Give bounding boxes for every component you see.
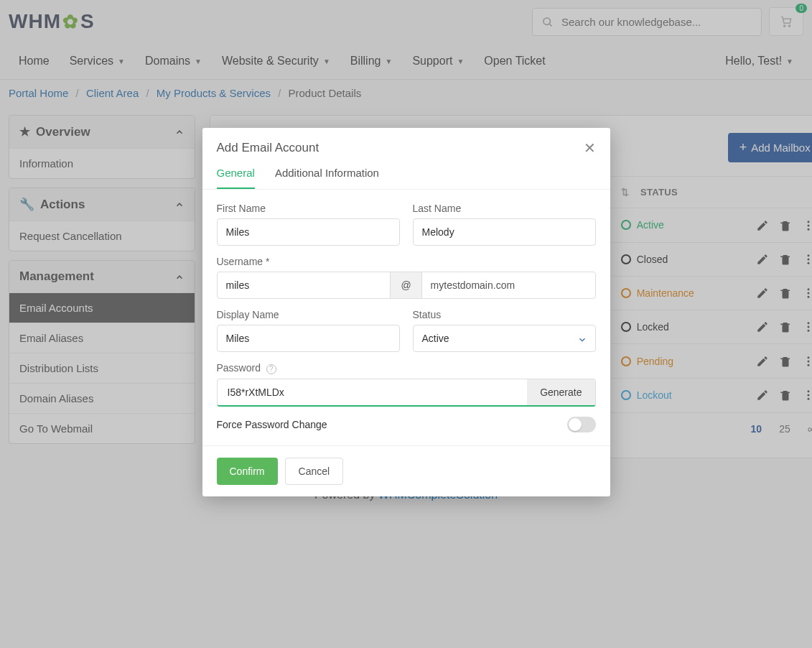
modal-title: Add Email Account (217, 141, 319, 155)
display-name-label: Display Name (217, 309, 400, 320)
cancel-button[interactable]: Cancel (285, 458, 344, 485)
domain-display: mytestdomain.com (421, 272, 596, 299)
display-name-input[interactable] (217, 325, 400, 352)
password-input[interactable] (218, 379, 528, 405)
close-button[interactable]: ✕ (584, 139, 596, 157)
generate-password-button[interactable]: Generate (527, 379, 594, 405)
status-select[interactable]: Active (413, 325, 596, 352)
username-label: Username * (217, 256, 596, 267)
modal-overlay: Add Email Account ✕ General Additional I… (0, 0, 812, 523)
tab-additional-info[interactable]: Additional Information (275, 167, 379, 189)
last-name-input[interactable] (413, 218, 596, 246)
first-name-label: First Name (217, 203, 400, 214)
info-icon[interactable]: ? (266, 364, 276, 374)
add-email-modal: Add Email Account ✕ General Additional I… (202, 128, 610, 496)
password-label: Password ? (217, 362, 596, 374)
confirm-button[interactable]: Confirm (217, 458, 278, 485)
tab-general[interactable]: General (217, 167, 255, 189)
last-name-label: Last Name (413, 203, 596, 214)
first-name-input[interactable] (217, 218, 400, 246)
at-symbol: @ (391, 272, 421, 299)
status-label: Status (413, 309, 596, 320)
username-input[interactable] (217, 272, 391, 299)
force-password-label: Force Password Change (217, 419, 327, 430)
force-password-toggle[interactable] (567, 417, 596, 432)
